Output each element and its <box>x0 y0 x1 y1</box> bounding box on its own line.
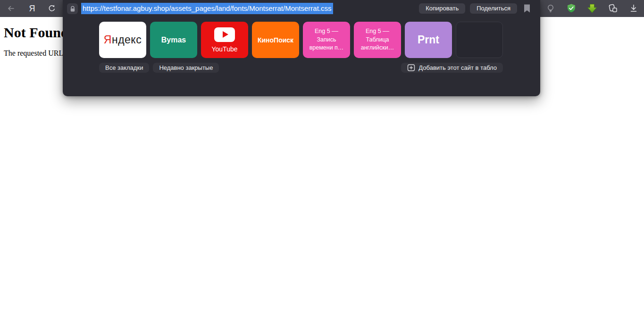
tags-extension-icon <box>607 3 619 14</box>
tile-prnt[interactable]: Prnt <box>405 22 452 58</box>
refresh-button[interactable] <box>43 0 60 17</box>
tile-bymas[interactable]: Bymas <box>150 22 197 58</box>
tile-label: Bymas <box>161 36 186 44</box>
tile-label: Яндекс <box>104 33 142 46</box>
page-body-text: The requested URL <box>4 49 63 58</box>
add-site-button[interactable]: Добавить этот сайт в табло <box>401 63 503 73</box>
tile-yandex[interactable]: Яндекс <box>99 22 146 58</box>
adguard-extension-button[interactable] <box>561 0 582 17</box>
omnibox-popup: https://testfonar.agbuy.shop/assets_page… <box>63 0 540 96</box>
back-button[interactable] <box>2 0 19 17</box>
tile-label: Eng 5 –– Таблица английски… <box>361 27 394 52</box>
copy-url-button[interactable]: Копировать <box>419 3 465 14</box>
tags-extension-button[interactable] <box>602 0 623 17</box>
tile-youtube[interactable]: YouTube <box>201 22 248 58</box>
all-bookmarks-button[interactable]: Все закладки <box>99 63 149 73</box>
downloads-icon <box>629 4 638 13</box>
adguard-shield-icon <box>566 3 577 14</box>
bookmark-flag-icon[interactable] <box>523 4 531 13</box>
address-buttons: Копировать Поделиться <box>419 3 517 14</box>
lamp-extension-button[interactable] <box>540 0 561 17</box>
refresh-icon <box>47 4 57 13</box>
yandex-menu-button[interactable]: Я <box>24 0 41 17</box>
share-url-button[interactable]: Поделиться <box>470 3 517 14</box>
tile-kinopoisk[interactable]: КиноПоиск <box>252 22 299 58</box>
recently-closed-button[interactable]: Недавно закрытые <box>153 63 219 73</box>
add-site-label: Добавить этот сайт в табло <box>418 63 497 73</box>
tableau-tiles: Яндекс Bymas YouTube КиноПоиск Eng 5 –– … <box>99 22 503 58</box>
downloads-button[interactable] <box>623 0 644 17</box>
extensions-area <box>540 0 644 17</box>
lock-icon <box>69 6 76 12</box>
tile-label: Eng 5 –– Запись времени п… <box>309 27 344 52</box>
url-input[interactable]: https://testfonar.agbuy.shop/assets_page… <box>81 3 333 14</box>
site-security-button[interactable] <box>67 3 78 14</box>
back-arrow-icon <box>6 4 16 13</box>
tile-label: Prnt <box>418 33 439 46</box>
bookmarks-pills: Все закладки Недавно закрытые <box>99 63 219 73</box>
tile-eng5-zapis[interactable]: Eng 5 –– Запись времени п… <box>303 22 350 58</box>
tile-label: YouTube <box>211 45 237 53</box>
tile-empty-slot <box>456 22 503 58</box>
yandex-logo-icon: Я <box>29 4 35 14</box>
page-title: Not Found <box>4 25 69 41</box>
tile-eng5-tablica[interactable]: Eng 5 –– Таблица английски… <box>354 22 401 58</box>
savefrom-arrow-icon <box>586 3 598 14</box>
tile-label: КиноПоиск <box>258 36 293 44</box>
savefrom-extension-button[interactable] <box>582 0 602 17</box>
add-plus-icon <box>407 64 415 71</box>
lamp-extension-icon <box>546 4 555 13</box>
youtube-play-icon <box>214 27 235 42</box>
address-row: https://testfonar.agbuy.shop/assets_page… <box>63 0 540 17</box>
